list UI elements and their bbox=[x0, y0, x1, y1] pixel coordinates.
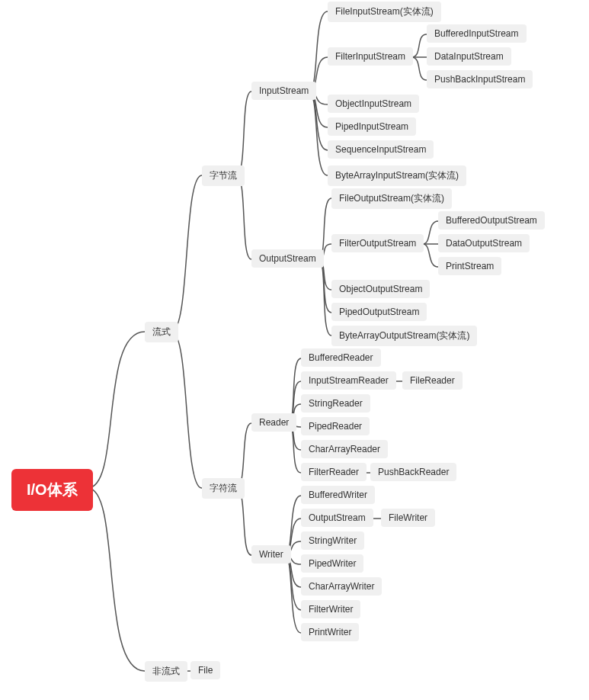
node-filterinputstream[interactable]: FilterInputStream bbox=[328, 47, 413, 66]
node-inputstream[interactable]: InputStream bbox=[251, 82, 316, 100]
node-pushbackinputstream[interactable]: PushBackInputStream bbox=[427, 70, 533, 88]
node-printstream[interactable]: PrintStream bbox=[438, 257, 501, 275]
node-filterwriter[interactable]: FilterWriter bbox=[301, 600, 360, 618]
node-chararrayreader[interactable]: CharArrayReader bbox=[301, 440, 388, 458]
node-filewriter[interactable]: FileWriter bbox=[381, 509, 435, 527]
node-bufferedoutputstream[interactable]: BufferedOutputStream bbox=[438, 211, 545, 230]
node-stringreader[interactable]: StringReader bbox=[301, 394, 370, 413]
node-filteroutputstream[interactable]: FilterOutputStream bbox=[331, 234, 424, 252]
node-bufferedreader[interactable]: BufferedReader bbox=[301, 348, 381, 367]
node-outputstream[interactable]: OutputStream bbox=[251, 249, 324, 268]
node-char[interactable]: 字符流 bbox=[202, 478, 245, 499]
node-inputstreamreader[interactable]: InputStreamReader bbox=[301, 371, 396, 390]
node-reader[interactable]: Reader bbox=[251, 413, 296, 432]
node-stream[interactable]: 流式 bbox=[145, 322, 178, 342]
node-bytearrayinputstream[interactable]: ByteArrayInputStream(实体流) bbox=[328, 165, 466, 186]
node-objectinputstream[interactable]: ObjectInputStream bbox=[328, 95, 419, 113]
node-bufferedwriter[interactable]: BufferedWriter bbox=[301, 486, 375, 504]
node-fileinputstream[interactable]: FileInputStream(实体流) bbox=[328, 2, 441, 22]
node-bytearrayoutputstream[interactable]: ByteArrayOutputStream(实体流) bbox=[331, 326, 477, 346]
node-byte[interactable]: 字节流 bbox=[202, 165, 245, 186]
node-datainputstream[interactable]: DataInputStream bbox=[427, 47, 511, 66]
node-filterreader[interactable]: FilterReader bbox=[301, 463, 367, 481]
node-pipedwriter[interactable]: PipedWriter bbox=[301, 554, 363, 573]
node-filereader[interactable]: FileReader bbox=[402, 371, 463, 390]
node-stringwriter[interactable]: StringWriter bbox=[301, 531, 364, 550]
node-nonstream[interactable]: 非流式 bbox=[145, 661, 187, 682]
node-pushbackreader[interactable]: PushBackReader bbox=[370, 463, 456, 481]
node-chararraywriter[interactable]: CharArrayWriter bbox=[301, 577, 382, 596]
node-pipedreader[interactable]: PipedReader bbox=[301, 417, 370, 435]
node-dataoutputstream[interactable]: DataOutputStream bbox=[438, 234, 530, 252]
node-printwriter[interactable]: PrintWriter bbox=[301, 623, 359, 641]
node-sequenceinputstream[interactable]: SequenceInputStream bbox=[328, 140, 434, 159]
node-outputstreamwriter[interactable]: OutputStream bbox=[301, 509, 373, 527]
node-bufferedinputstream[interactable]: BufferedInputStream bbox=[427, 24, 527, 43]
root-node[interactable]: I/O体系 bbox=[11, 469, 93, 511]
node-objectoutputstream[interactable]: ObjectOutputStream bbox=[331, 280, 430, 298]
node-fileoutputstream[interactable]: FileOutputStream(实体流) bbox=[331, 188, 452, 209]
node-pipedoutputstream[interactable]: PipedOutputStream bbox=[331, 303, 427, 321]
node-file[interactable]: File bbox=[190, 661, 220, 679]
node-writer[interactable]: Writer bbox=[251, 545, 291, 564]
node-pipedinputstream[interactable]: PipedInputStream bbox=[328, 117, 416, 136]
